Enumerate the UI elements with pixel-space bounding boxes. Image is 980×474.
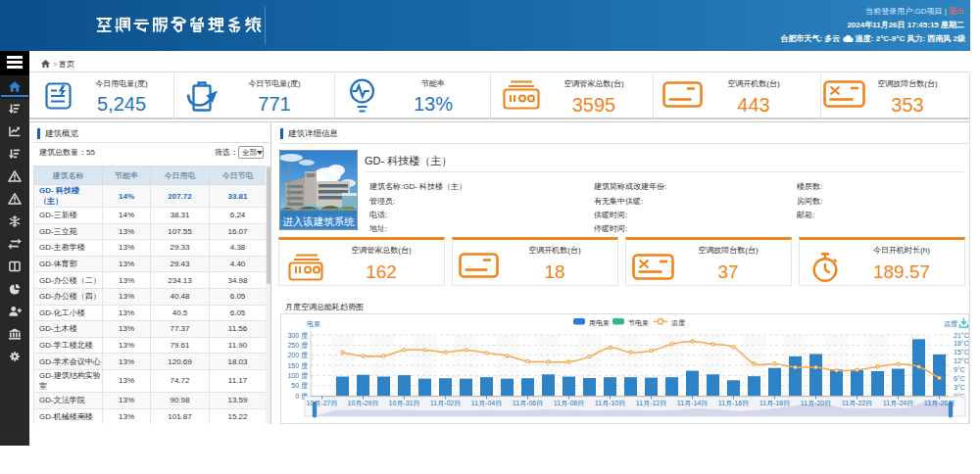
svg-text:250 度: 250 度 <box>287 342 308 350</box>
svg-text:温度: 温度 <box>671 319 685 327</box>
svg-text:11月-16日: 11月-16日 <box>718 400 749 407</box>
svg-text:11月-26日: 11月-26日 <box>924 400 955 407</box>
svg-text:10月-31日: 10月-31日 <box>389 400 420 407</box>
svg-text:电量: 电量 <box>307 320 320 327</box>
svg-text:节电量: 节电量 <box>628 319 649 326</box>
svg-text:温度: 温度 <box>944 320 957 328</box>
svg-text:11月-02日: 11月-02日 <box>430 400 461 407</box>
svg-text:11月-18日: 11月-18日 <box>760 400 790 407</box>
svg-text:11月-10日: 11月-10日 <box>595 400 625 407</box>
svg-text:11月-06日: 11月-06日 <box>513 400 543 407</box>
svg-text:11月-20日: 11月-20日 <box>801 400 831 407</box>
svg-text:300 度: 300 度 <box>287 332 308 340</box>
svg-text:9°C: 9°C <box>954 366 965 373</box>
svg-text:11月-04日: 11月-04日 <box>471 400 502 407</box>
svg-text:150 度: 150 度 <box>287 362 308 370</box>
svg-text:12°C: 12°C <box>954 357 969 364</box>
svg-text:10月-29日: 10月-29日 <box>348 400 379 407</box>
svg-text:11月-14日: 11月-14日 <box>677 400 708 407</box>
svg-text:50 度: 50 度 <box>291 382 308 390</box>
svg-text:11月-22日: 11月-22日 <box>842 400 872 407</box>
svg-text:11月-12日: 11月-12日 <box>636 400 666 407</box>
svg-text:10月-27日: 10月-27日 <box>307 400 338 407</box>
svg-text:11月-24日: 11月-24日 <box>883 400 913 407</box>
svg-text:100 度: 100 度 <box>287 372 308 380</box>
svg-text:11月-08日: 11月-08日 <box>554 400 584 407</box>
svg-text:15°C: 15°C <box>954 349 969 356</box>
svg-text:21°C: 21°C <box>954 332 969 339</box>
svg-text:6°C: 6°C <box>954 375 965 382</box>
svg-text:200 度: 200 度 <box>287 352 308 359</box>
svg-text:月度空调总能耗趋势图: 月度空调总能耗趋势图 <box>285 303 364 311</box>
svg-text:18°C: 18°C <box>954 340 969 347</box>
svg-text:进入该建筑系统: 进入该建筑系统 <box>282 215 355 227</box>
svg-text:3°C: 3°C <box>954 384 965 391</box>
svg-text:用电量: 用电量 <box>589 319 610 327</box>
